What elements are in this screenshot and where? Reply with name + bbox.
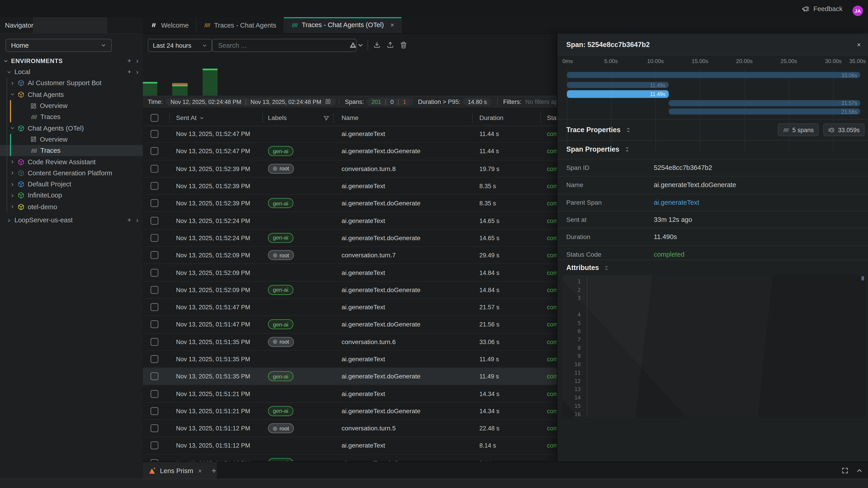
tree-item[interactable]: Code Review Assistant (0, 156, 143, 168)
select-all-checkbox[interactable] (151, 114, 158, 122)
tree-item[interactable]: InfiniteLoop (0, 190, 143, 201)
row-checkbox[interactable] (151, 372, 158, 380)
upload-icon[interactable] (386, 41, 394, 48)
feedback-button[interactable]: Feedback (802, 0, 842, 17)
download-icon[interactable] (373, 41, 381, 48)
environments-actions[interactable]: + › (127, 55, 138, 66)
traces-waves-icon (204, 22, 210, 28)
cell-name: ai.generateText (342, 212, 385, 229)
tab-welcome[interactable]: Welcome (143, 17, 196, 33)
waterfall-span-bar[interactable]: 33.06s (567, 72, 861, 78)
column-duration[interactable]: Duration (479, 110, 503, 126)
tree-item[interactable]: Local + › (0, 66, 143, 78)
chevron-right-icon: › (136, 57, 138, 65)
column-labels[interactable]: Labels (268, 110, 287, 126)
tab-lens-prism[interactable]: Lens Prism × (143, 462, 217, 479)
row-checkbox[interactable] (151, 251, 158, 259)
tree-item-actions[interactable]: + › (127, 215, 138, 226)
tree-item[interactable]: Content Generation Platform (0, 167, 143, 179)
span-properties-title: Span Properties (566, 145, 619, 153)
row-checkbox[interactable] (151, 407, 158, 415)
row-checkbox[interactable] (151, 269, 158, 276)
row-checkbox[interactable] (151, 338, 158, 346)
tree-item[interactable]: Traces (0, 111, 143, 123)
row-checkbox[interactable] (151, 130, 158, 138)
close-icon[interactable]: × (391, 22, 394, 28)
row-checkbox[interactable] (151, 303, 158, 311)
tree-guide-line (10, 111, 11, 123)
tree-guide-line (6, 77, 7, 213)
waterfall-span-bar[interactable]: 11.49s (567, 82, 669, 88)
user-avatar[interactable]: JA (852, 5, 863, 16)
tree-item[interactable]: AI Customer Support Bot (0, 78, 143, 89)
tab-traces-chat-agents[interactable]: Traces - Chat Agents (196, 17, 284, 33)
tree-item-actions[interactable]: + › (127, 66, 138, 78)
span-panel-title: Span: 5254e8cc7b3647b2 (566, 34, 650, 55)
unfold-vertical-icon[interactable] (625, 127, 631, 133)
workspace-select[interactable]: Home (5, 39, 112, 52)
labels-filter-button[interactable] (323, 110, 329, 126)
row-checkbox[interactable] (151, 217, 158, 224)
add-tab-button[interactable]: + (212, 462, 216, 479)
trash-icon[interactable] (400, 41, 407, 48)
cell-name: ai.generateText (342, 299, 385, 315)
editor-tab-bar: Welcome Traces - Chat Agents Traces - Ch… (143, 17, 868, 34)
tree-item[interactable]: Default Project (0, 179, 143, 190)
cell-name: ai.generateText.doGenerate (342, 455, 421, 461)
row-checkbox[interactable] (151, 148, 158, 155)
editor-scrollbar-thumb[interactable] (862, 276, 864, 281)
row-checkbox[interactable] (151, 424, 158, 432)
row-checkbox[interactable] (151, 182, 158, 190)
environments-title: ENVIRONMENTS (11, 58, 63, 64)
close-icon[interactable]: × (198, 467, 202, 474)
histogram-bar[interactable] (203, 69, 217, 96)
row-checkbox[interactable] (151, 459, 158, 461)
row-checkbox[interactable] (151, 234, 158, 242)
tree-item[interactable]: Chat Agents (OTel) (0, 123, 143, 134)
cell-sent-at: Nov 13, 2025, 01:52:39 PM (176, 177, 250, 194)
column-sent-at[interactable]: Sent At (176, 110, 204, 126)
row-checkbox[interactable] (151, 355, 158, 363)
tree-item[interactable]: Chat Agents (0, 89, 143, 100)
waterfall-span-bar[interactable]: 11.49s (567, 90, 669, 98)
fullscreen-icon[interactable] (841, 467, 848, 474)
search-input[interactable]: Search ... (212, 39, 356, 52)
tab-traces-chat-agents-otel[interactable]: Traces - Chat Agents (OTel) × (284, 17, 402, 33)
close-icon[interactable]: × (857, 34, 861, 55)
status-footer (0, 479, 868, 488)
row-checkbox[interactable] (151, 286, 158, 294)
trace-properties-title: Trace Properties (566, 126, 620, 133)
tree-item[interactable]: Traces (0, 145, 143, 156)
waterfall-span-bar[interactable]: 21.57s (669, 100, 860, 106)
attributes-json-editor[interactable]: 1 { 2 "gen_ai.request.model": "gpt-4o-mi… (562, 275, 865, 417)
severity-filter-button[interactable] (349, 41, 363, 49)
label-pill: gen-ai (268, 233, 293, 243)
row-checkbox[interactable] (151, 442, 158, 449)
tree-item[interactable]: LoopServer-us-east + › (0, 215, 143, 226)
row-checkbox[interactable] (151, 321, 158, 328)
tree-guide-line (10, 134, 11, 145)
row-checkbox[interactable] (151, 390, 158, 398)
histogram-bar[interactable] (172, 83, 188, 96)
cell-duration: 14.34 s (479, 385, 499, 402)
environments-header[interactable]: ENVIRONMENTS + › (0, 55, 143, 66)
fold-vertical-icon[interactable] (604, 265, 609, 271)
column-name[interactable]: Name (342, 110, 359, 126)
fold-vertical-icon[interactable] (624, 146, 630, 152)
tree-item[interactable]: Overview (0, 134, 143, 145)
timer-icon (828, 127, 835, 133)
row-checkbox[interactable] (151, 199, 158, 207)
chevron-up-icon[interactable] (856, 467, 863, 474)
waterfall-span-bar[interactable]: 21.56s (669, 108, 861, 115)
tree-item[interactable]: Overview (0, 100, 143, 111)
chevron-right-icon: › (136, 217, 138, 224)
time-range-select[interactable]: Last 24 hours (148, 39, 212, 52)
traces-waves-icon (291, 22, 298, 28)
spans-warn-count: 0 (391, 98, 394, 105)
navigator-tab[interactable]: Navigator (5, 17, 33, 33)
label-pill-text: gen-ai (273, 460, 288, 462)
tree-item[interactable]: otel-demo (0, 201, 143, 213)
row-checkbox[interactable] (151, 165, 158, 172)
histogram-bar[interactable] (143, 82, 157, 96)
time-window[interactable]: Nov 12, 2025, 02:24:48 PM | Nov 13, 2025… (165, 98, 336, 105)
